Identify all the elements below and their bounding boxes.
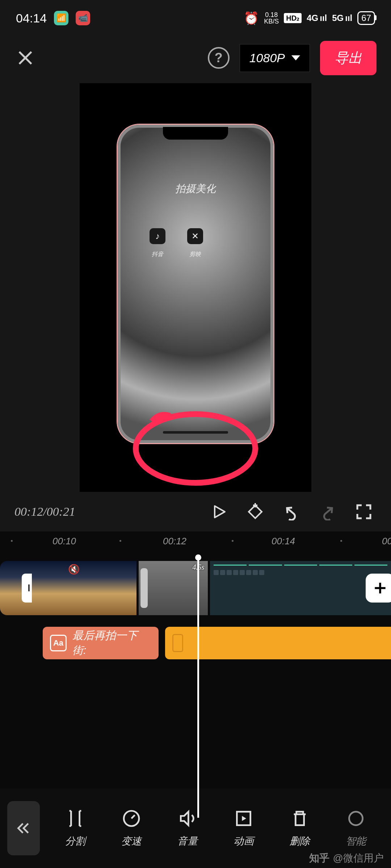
status-right: ⏰ 0.18 KB/S HD₂ 4Gııl 5Gııl 67 [244, 11, 375, 25]
export-button[interactable]: 导出 [320, 41, 377, 75]
app-jianying: ✕ 剪映 [187, 228, 203, 258]
phone-content: 拍摄美化 ♪ 抖音 ✕ 剪映 [121, 128, 270, 440]
playback-bar: 00:12/00:21 [0, 492, 391, 532]
collapse-button[interactable] [7, 801, 40, 855]
tool-label: 删除 [290, 834, 310, 848]
ruler-mark: 00:14 [272, 536, 295, 547]
tool-label: 分割 [65, 834, 85, 848]
fullscreen-button[interactable] [351, 499, 377, 524]
speed-icon [121, 808, 142, 829]
tool-speed[interactable]: 变速 [121, 808, 142, 848]
phone-frame: 拍摄美化 ♪ 抖音 ✕ 剪映 [118, 125, 273, 443]
app-label: 抖音 [152, 251, 163, 258]
timeline-ruler[interactable]: 00:10 00:12 00:14 00 [0, 532, 391, 550]
svg-point-3 [349, 812, 362, 825]
net-speed-value: 0.18 [265, 12, 278, 18]
tool-smart[interactable]: 智能 [346, 808, 366, 848]
tool-volume[interactable]: 音量 [177, 808, 198, 848]
video-clip-4[interactable] [210, 561, 391, 615]
clip-handle[interactable] [140, 568, 148, 608]
redo-button[interactable] [315, 499, 340, 524]
status-app-icon-2: 📹 [76, 11, 90, 25]
tool-label: 智能 [346, 834, 366, 848]
play-button[interactable] [206, 499, 232, 524]
smart-icon [346, 808, 366, 829]
status-bar: 04:14 📶 📹 ⏰ 0.18 KB/S HD₂ 4Gııl 5Gııl 67 [0, 0, 391, 36]
preview-canvas[interactable]: 拍摄美化 ♪ 抖音 ✕ 剪映 [80, 83, 311, 492]
close-button[interactable] [14, 47, 36, 69]
split-icon [65, 808, 85, 829]
douyin-icon: ♪ [150, 228, 165, 244]
chevron-down-icon [291, 55, 300, 60]
hd-badge: HD₂ [284, 13, 302, 23]
add-clip-button[interactable] [366, 574, 391, 603]
tool-split[interactable]: 分割 [65, 808, 85, 848]
battery-indicator: 67 [357, 11, 375, 25]
fullscreen-icon [355, 503, 373, 520]
ruler-tick [232, 540, 234, 542]
ruler-tick [11, 540, 13, 542]
redo-icon [319, 503, 336, 520]
timecode: 00:12/00:21 [14, 505, 75, 519]
video-clip-1[interactable]: I [0, 561, 32, 615]
mute-icon: 🔇 [68, 564, 80, 575]
play-icon [210, 503, 228, 520]
cover-handle[interactable]: I [22, 574, 32, 603]
zhihu-logo: 知乎 [309, 851, 329, 865]
delete-icon [290, 808, 310, 829]
resolution-selector[interactable]: 1080P [240, 44, 310, 72]
ruler-mark: 00:12 [163, 536, 186, 547]
phone-screen-title: 拍摄美化 [131, 182, 260, 196]
ruler-mark: 00 [382, 536, 391, 547]
preview-area: 拍摄美化 ♪ 抖音 ✕ 剪映 [0, 80, 391, 492]
ruler-tick [119, 540, 121, 542]
tool-items: 分割 变速 音量 动画 删除 智能 [47, 808, 384, 848]
undo-button[interactable] [279, 499, 304, 524]
volume-icon [177, 808, 198, 829]
network-speed: 0.18 KB/S [264, 12, 279, 25]
resolution-value: 1080P [249, 51, 285, 65]
tool-label: 动画 [234, 834, 254, 848]
text-track[interactable]: Aa 最后再拍一下街: [0, 627, 391, 659]
signal-4g: 4Gııl [307, 13, 327, 23]
editor-header: ? 1080P 导出 [0, 36, 391, 80]
ruler-tick [340, 540, 342, 542]
chevron-double-left-icon [16, 820, 31, 836]
help-button[interactable]: ? [208, 47, 230, 69]
alarm-icon: ⏰ [244, 11, 259, 25]
video-clip-2[interactable]: 🔇 [32, 561, 136, 615]
video-track[interactable]: I 🔇 4.5s [0, 561, 391, 615]
keyframe-button[interactable] [243, 499, 268, 524]
status-left: 04:14 📶 📹 [16, 11, 90, 25]
watermark: 知乎 @微信用户 [309, 851, 384, 865]
app-douyin: ♪ 抖音 [150, 228, 165, 258]
annotation-circle [127, 405, 264, 488]
undo-icon [283, 503, 300, 520]
ruler-mark: 00:10 [52, 536, 76, 547]
text-icon: Aa [50, 635, 67, 651]
status-time: 04:14 [16, 11, 47, 25]
phone-outline-icon [172, 634, 183, 652]
signal-5g: 5Gııl [332, 13, 352, 23]
tool-animation[interactable]: 动画 [234, 808, 254, 848]
header-right: ? 1080P 导出 [208, 41, 377, 75]
status-app-icon-1: 📶 [54, 11, 68, 25]
tool-label: 变速 [121, 834, 142, 848]
net-speed-unit: KB/S [264, 18, 279, 25]
text-clip-1[interactable]: Aa 最后再拍一下街: [43, 627, 159, 659]
phone-apps: ♪ 抖音 ✕ 剪映 [131, 228, 260, 258]
app-label: 剪映 [189, 251, 201, 258]
playhead[interactable] [197, 557, 199, 818]
tool-delete[interactable]: 删除 [290, 808, 310, 848]
close-icon [16, 49, 34, 67]
plus-icon [372, 580, 388, 596]
svg-point-0 [136, 414, 255, 483]
keyframe-icon [247, 503, 264, 520]
animation-icon [234, 808, 254, 829]
jianying-icon: ✕ [187, 228, 203, 244]
watermark-user: @微信用户 [333, 851, 384, 865]
tool-label: 音量 [177, 834, 198, 848]
text-clip-content: 最后再拍一下街: [72, 628, 151, 658]
